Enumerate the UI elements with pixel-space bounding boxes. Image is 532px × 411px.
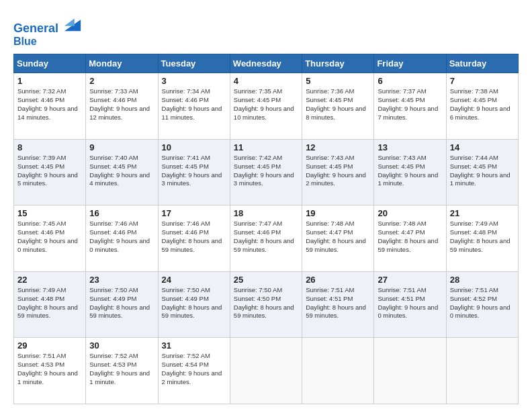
day-info: Sunrise: 7:51 AM Sunset: 4:53 PM Dayligh… — [17, 352, 82, 386]
day-number: 19 — [306, 208, 370, 218]
calendar-cell: 21 Sunrise: 7:49 AM Sunset: 4:48 PM Dayl… — [446, 205, 518, 272]
day-info: Sunrise: 7:50 AM Sunset: 4:49 PM Dayligh… — [89, 286, 154, 320]
calendar-header-sunday: Sunday — [14, 54, 86, 73]
day-info: Sunrise: 7:35 AM Sunset: 4:45 PM Dayligh… — [234, 87, 298, 122]
day-info: Sunrise: 7:43 AM Sunset: 4:45 PM Dayligh… — [378, 154, 442, 188]
calendar-cell: 11 Sunrise: 7:42 AM Sunset: 4:45 PM Dayl… — [230, 139, 302, 205]
day-info: Sunrise: 7:50 AM Sunset: 4:50 PM Dayligh… — [234, 286, 298, 320]
day-number: 30 — [89, 340, 154, 351]
calendar-cell: 13 Sunrise: 7:43 AM Sunset: 4:45 PM Dayl… — [374, 139, 446, 205]
logo-icon — [63, 13, 82, 32]
day-info: Sunrise: 7:45 AM Sunset: 4:46 PM Dayligh… — [17, 220, 82, 254]
calendar-cell: 28 Sunrise: 7:51 AM Sunset: 4:52 PM Dayl… — [446, 271, 518, 338]
day-number: 18 — [234, 208, 298, 218]
calendar-header-wednesday: Wednesday — [230, 54, 302, 73]
day-number: 16 — [89, 208, 154, 218]
page: General Blue SundayMondayTuesdayWednesda… — [0, 0, 532, 411]
day-info: Sunrise: 7:51 AM Sunset: 4:51 PM Dayligh… — [378, 286, 442, 320]
calendar-cell: 10 Sunrise: 7:41 AM Sunset: 4:45 PM Dayl… — [158, 139, 230, 205]
day-info: Sunrise: 7:48 AM Sunset: 4:47 PM Dayligh… — [306, 220, 370, 254]
calendar-week-0: 1 Sunrise: 7:32 AM Sunset: 4:46 PM Dayli… — [14, 73, 519, 140]
calendar-week-1: 8 Sunrise: 7:39 AM Sunset: 4:45 PM Dayli… — [14, 139, 519, 205]
calendar-cell: 30 Sunrise: 7:52 AM Sunset: 4:53 PM Dayl… — [86, 338, 158, 404]
day-info: Sunrise: 7:48 AM Sunset: 4:47 PM Dayligh… — [378, 220, 442, 254]
day-info: Sunrise: 7:43 AM Sunset: 4:45 PM Dayligh… — [306, 154, 370, 188]
day-info: Sunrise: 7:39 AM Sunset: 4:45 PM Dayligh… — [17, 154, 82, 188]
calendar-cell: 24 Sunrise: 7:50 AM Sunset: 4:49 PM Dayl… — [158, 271, 230, 338]
day-number: 28 — [450, 275, 515, 285]
day-info: Sunrise: 7:40 AM Sunset: 4:45 PM Dayligh… — [89, 154, 154, 188]
calendar-cell: 31 Sunrise: 7:52 AM Sunset: 4:54 PM Dayl… — [158, 338, 230, 404]
logo-blue: Blue — [13, 36, 82, 48]
calendar-cell: 3 Sunrise: 7:34 AM Sunset: 4:46 PM Dayli… — [158, 73, 230, 140]
calendar-cell — [230, 338, 302, 404]
calendar-header-thursday: Thursday — [302, 54, 374, 73]
calendar-cell: 18 Sunrise: 7:47 AM Sunset: 4:46 PM Dayl… — [230, 205, 302, 272]
day-number: 15 — [17, 208, 82, 218]
day-info: Sunrise: 7:36 AM Sunset: 4:45 PM Dayligh… — [306, 87, 370, 122]
calendar-week-3: 22 Sunrise: 7:49 AM Sunset: 4:48 PM Dayl… — [14, 271, 519, 338]
calendar-cell — [374, 338, 446, 404]
day-number: 1 — [17, 76, 82, 86]
day-info: Sunrise: 7:37 AM Sunset: 4:45 PM Dayligh… — [378, 87, 442, 122]
day-number: 31 — [162, 340, 226, 351]
calendar-cell: 29 Sunrise: 7:51 AM Sunset: 4:53 PM Dayl… — [14, 338, 86, 404]
calendar-cell: 2 Sunrise: 7:33 AM Sunset: 4:46 PM Dayli… — [86, 73, 158, 140]
day-info: Sunrise: 7:49 AM Sunset: 4:48 PM Dayligh… — [17, 286, 82, 320]
calendar-cell: 14 Sunrise: 7:44 AM Sunset: 4:45 PM Dayl… — [446, 139, 518, 205]
svg-marker-1 — [64, 18, 75, 26]
calendar-header-friday: Friday — [374, 54, 446, 73]
day-info: Sunrise: 7:44 AM Sunset: 4:45 PM Dayligh… — [450, 154, 515, 188]
calendar-cell — [446, 338, 518, 404]
logo-text: General — [13, 13, 82, 36]
day-number: 25 — [234, 275, 298, 285]
calendar-cell: 1 Sunrise: 7:32 AM Sunset: 4:46 PM Dayli… — [14, 73, 86, 140]
day-info: Sunrise: 7:42 AM Sunset: 4:45 PM Dayligh… — [234, 154, 298, 188]
logo: General Blue — [13, 13, 82, 47]
day-info: Sunrise: 7:46 AM Sunset: 4:46 PM Dayligh… — [162, 220, 226, 254]
day-info: Sunrise: 7:51 AM Sunset: 4:52 PM Dayligh… — [450, 286, 515, 320]
day-number: 3 — [162, 76, 226, 86]
calendar-cell: 26 Sunrise: 7:51 AM Sunset: 4:51 PM Dayl… — [302, 271, 374, 338]
calendar-cell: 27 Sunrise: 7:51 AM Sunset: 4:51 PM Dayl… — [374, 271, 446, 338]
header: General Blue — [13, 11, 519, 47]
day-info: Sunrise: 7:49 AM Sunset: 4:48 PM Dayligh… — [450, 220, 515, 254]
day-info: Sunrise: 7:50 AM Sunset: 4:49 PM Dayligh… — [162, 286, 226, 320]
day-info: Sunrise: 7:32 AM Sunset: 4:46 PM Dayligh… — [17, 87, 82, 122]
day-info: Sunrise: 7:47 AM Sunset: 4:46 PM Dayligh… — [234, 220, 298, 254]
day-number: 7 — [450, 76, 515, 86]
day-number: 2 — [89, 76, 154, 86]
calendar-cell: 20 Sunrise: 7:48 AM Sunset: 4:47 PM Dayl… — [374, 205, 446, 272]
calendar-week-4: 29 Sunrise: 7:51 AM Sunset: 4:53 PM Dayl… — [14, 338, 519, 404]
calendar-cell: 16 Sunrise: 7:46 AM Sunset: 4:46 PM Dayl… — [86, 205, 158, 272]
day-info: Sunrise: 7:52 AM Sunset: 4:53 PM Dayligh… — [89, 352, 154, 386]
day-info: Sunrise: 7:34 AM Sunset: 4:46 PM Dayligh… — [162, 87, 226, 122]
calendar-cell: 7 Sunrise: 7:38 AM Sunset: 4:45 PM Dayli… — [446, 73, 518, 140]
day-number: 21 — [450, 208, 515, 218]
calendar-cell: 6 Sunrise: 7:37 AM Sunset: 4:45 PM Dayli… — [374, 73, 446, 140]
calendar-cell: 9 Sunrise: 7:40 AM Sunset: 4:45 PM Dayli… — [86, 139, 158, 205]
day-number: 12 — [306, 142, 370, 152]
day-number: 24 — [162, 275, 226, 285]
day-info: Sunrise: 7:41 AM Sunset: 4:45 PM Dayligh… — [162, 154, 226, 188]
day-number: 9 — [89, 142, 154, 152]
day-number: 23 — [89, 275, 154, 285]
calendar-header-saturday: Saturday — [446, 54, 518, 73]
calendar-cell: 17 Sunrise: 7:46 AM Sunset: 4:46 PM Dayl… — [158, 205, 230, 272]
day-info: Sunrise: 7:33 AM Sunset: 4:46 PM Dayligh… — [89, 87, 154, 122]
day-number: 5 — [306, 76, 370, 86]
day-number: 13 — [378, 142, 442, 152]
calendar-cell: 19 Sunrise: 7:48 AM Sunset: 4:47 PM Dayl… — [302, 205, 374, 272]
logo-general: General — [13, 21, 58, 35]
calendar-cell: 15 Sunrise: 7:45 AM Sunset: 4:46 PM Dayl… — [14, 205, 86, 272]
calendar-cell: 22 Sunrise: 7:49 AM Sunset: 4:48 PM Dayl… — [14, 271, 86, 338]
day-info: Sunrise: 7:52 AM Sunset: 4:54 PM Dayligh… — [162, 352, 226, 386]
calendar-cell — [302, 338, 374, 404]
calendar-week-2: 15 Sunrise: 7:45 AM Sunset: 4:46 PM Dayl… — [14, 205, 519, 272]
day-number: 17 — [162, 208, 226, 218]
day-number: 11 — [234, 142, 298, 152]
calendar-header-tuesday: Tuesday — [158, 54, 230, 73]
day-number: 14 — [450, 142, 515, 152]
day-number: 4 — [234, 76, 298, 86]
day-number: 26 — [306, 275, 370, 285]
